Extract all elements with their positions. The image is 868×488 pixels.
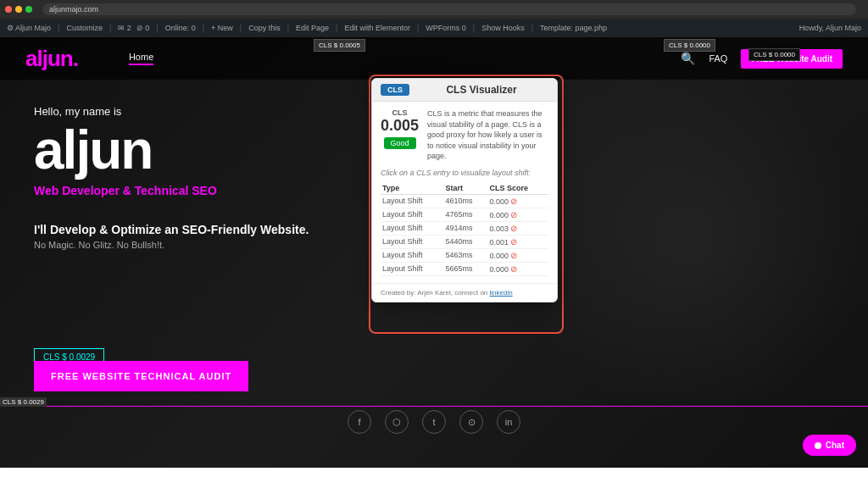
popup-tab[interactable]: CLS [381, 84, 409, 96]
cell-start: 4914ms [443, 221, 487, 235]
cls-good-badge: Good [384, 137, 416, 149]
social-icons: f ⬡ t ⊙ in [348, 410, 520, 434]
popup-footer: Created by: Arjen Karel, connect on link… [372, 283, 557, 302]
wpforms-link[interactable]: WPForms 0 [426, 24, 466, 32]
network-icon[interactable]: ⬡ [385, 410, 409, 434]
col-type: Type [381, 182, 443, 195]
comments-link[interactable]: ✉ 2 [118, 24, 131, 32]
hero-description: I'll Develop & Optimize an SEO-Friendly … [34, 223, 309, 236]
show-hooks-link[interactable]: Show Hooks [481, 24, 525, 32]
row-icon: ⊘ [510, 251, 517, 260]
cls-summary: CLS 0.005 Good CLS is a metric that meas… [381, 108, 548, 162]
site-background: CLS $ 0.0005 CLS $ 0.0000 CLS $ 0.0000 a… [0, 37, 868, 468]
github-icon[interactable]: ⊙ [459, 410, 483, 434]
cell-score: 0.000 ⊘ [487, 248, 548, 262]
cls-badge-nav: CLS $ 0.0000 [748, 48, 800, 61]
cls-metric-value: 0.005 [381, 117, 419, 135]
browser-chrome: aljunmajo.com [0, 0, 868, 19]
table-row[interactable]: Layout Shift 5440ms 0.001 ⊘ [381, 235, 548, 248]
chat-label: Chat [826, 441, 844, 450]
search-icon[interactable]: 🔍 [681, 52, 695, 65]
hero-tagline: No Magic. No Glitz. No Bullsh!t. [34, 240, 309, 250]
site-nav: aljun. Home 🔍 FAQ FREE Website Audit [0, 37, 868, 80]
background-figure [512, 63, 868, 419]
copy-this-link[interactable]: Copy this [248, 24, 281, 32]
popup-body: CLS 0.005 Good CLS is a metric that meas… [372, 102, 557, 283]
linkedin-link[interactable]: linkedin [490, 289, 513, 297]
table-row[interactable]: Layout Shift 4765ms 0.000 ⊘ [381, 208, 548, 221]
cls-instruction: Click on a CLS entry to visualize layout… [381, 169, 548, 177]
cls-table: Type Start CLS Score Layout Shift 4610ms… [381, 182, 548, 276]
nav-home[interactable]: Home [129, 52, 153, 65]
cls-line-label: CLS $ 0.0029 [0, 397, 47, 407]
twitter-icon[interactable]: t [422, 410, 446, 434]
online-count: Online: 0 [165, 24, 196, 32]
row-icon: ⊘ [510, 197, 517, 206]
cell-type: Layout Shift [381, 208, 443, 221]
linkedin-icon[interactable]: in [497, 410, 520, 434]
table-row[interactable]: Layout Shift 5665ms 0.000 ⊘ [381, 262, 548, 275]
cell-score: 0.000 ⊘ [487, 194, 548, 208]
cell-type: Layout Shift [381, 194, 443, 208]
cell-type: Layout Shift [381, 248, 443, 262]
edit-page-link[interactable]: Edit Page [296, 24, 329, 32]
col-score: CLS Score [487, 182, 548, 195]
edit-elementor-link[interactable]: Edit with Elementor [344, 24, 410, 32]
table-row[interactable]: Layout Shift 4914ms 0.003 ⊘ [381, 221, 548, 235]
close-dot [5, 6, 12, 13]
cell-score: 0.000 ⊘ [487, 208, 548, 221]
nav-links: Home [129, 52, 153, 65]
customize-link[interactable]: Customize [66, 24, 103, 32]
col-start: Start [443, 182, 487, 195]
address-bar[interactable]: aljunmajo.com [42, 3, 856, 15]
url-text: aljunmajo.com [49, 5, 98, 14]
row-icon: ⊘ [510, 224, 517, 233]
cell-start: 5440ms [443, 235, 487, 248]
chat-dot [815, 442, 821, 449]
faq-link[interactable]: FAQ [709, 53, 727, 64]
cell-type: Layout Shift [381, 221, 443, 235]
facebook-icon[interactable]: f [348, 410, 371, 434]
cta-button[interactable]: FREE WEBSITE TECHNICAL AUDIT [34, 361, 248, 391]
howdy-text: Howdy, Aljun Majo [799, 24, 861, 32]
new-link[interactable]: + New [211, 24, 233, 32]
cell-type: Layout Shift [381, 235, 443, 248]
row-icon: ⊘ [510, 264, 517, 274]
cell-type: Layout Shift [381, 262, 443, 275]
cell-score: 0.003 ⊘ [487, 221, 548, 235]
site-logo: aljun. [25, 46, 78, 72]
cls-badge-top-left: CLS $ 0.0005 [314, 39, 365, 52]
hero-hello: Hello, my name is [34, 105, 309, 118]
template-info: Template: page.php [540, 24, 607, 32]
cls-description: CLS is a metric that measures the visual… [427, 108, 548, 162]
cls-metric-box: CLS 0.005 Good [381, 108, 419, 162]
cell-start: 4765ms [443, 208, 487, 221]
popup-header: CLS CLS Visualizer [372, 79, 557, 102]
cell-start: 5463ms [443, 248, 487, 262]
chat-button[interactable]: Chat [803, 435, 856, 456]
hero-subtitle: Web Developer & Technical SEO [34, 184, 309, 197]
hero-section: Hello, my name is aljun Web Developer & … [34, 105, 309, 267]
cls-line [0, 406, 868, 407]
hero-name: aljun [34, 123, 309, 177]
cell-score: 0.000 ⊘ [487, 262, 548, 275]
cell-score: 0.001 ⊘ [487, 235, 548, 248]
wp-logo: ⚙ Aljun Majo [7, 24, 51, 32]
row-icon: ⊘ [510, 237, 517, 247]
minimize-dot [15, 6, 22, 13]
cls-badge-top-right: CLS $ 0.0000 [664, 39, 715, 52]
cell-start: 5665ms [443, 262, 487, 275]
cls-visualizer-popup: CLS CLS Visualizer CLS 0.005 Good CLS is… [371, 78, 558, 302]
row-icon: ⊘ [510, 210, 517, 219]
cls-metric-label: CLS [381, 108, 419, 117]
wp-admin-bar: ⚙ Aljun Majo | Customize | ✉ 2 ⊘ 0 | Onl… [0, 19, 868, 37]
cell-start: 4610ms [443, 194, 487, 208]
popup-title: CLS Visualizer [415, 84, 548, 96]
window-controls [5, 6, 32, 13]
spam-link[interactable]: ⊘ 0 [136, 24, 150, 32]
maximize-dot [25, 6, 32, 13]
table-row[interactable]: Layout Shift 5463ms 0.000 ⊘ [381, 248, 548, 262]
table-row[interactable]: Layout Shift 4610ms 0.000 ⊘ [381, 194, 548, 208]
